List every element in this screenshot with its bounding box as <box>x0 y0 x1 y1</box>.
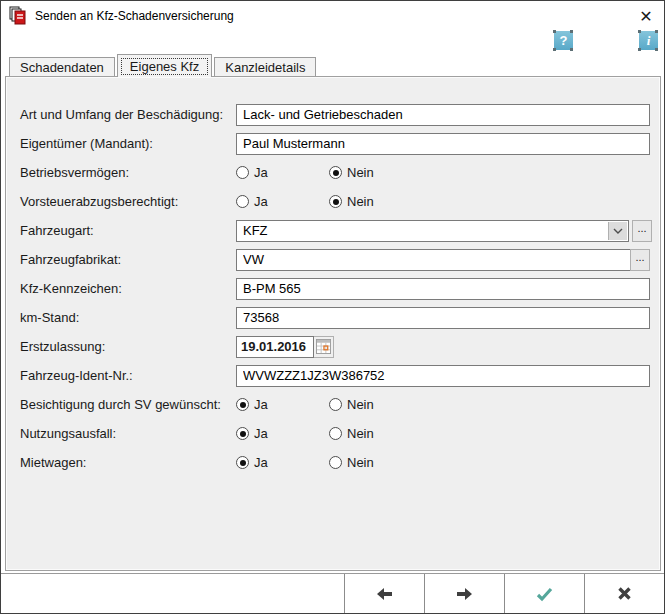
info-icon[interactable]: i <box>639 31 658 50</box>
form-row: Vorsteuerabzugsberechtigt: Ja Nein <box>20 187 660 216</box>
help-icon[interactable]: ? <box>554 31 573 50</box>
arrow-right-icon <box>456 586 473 602</box>
cancel-button[interactable] <box>584 574 664 613</box>
back-button[interactable] <box>344 574 424 613</box>
radio-circle <box>236 398 249 411</box>
radio-mietwagen-ja[interactable]: Ja <box>236 455 329 470</box>
close-icon[interactable]: ✕ <box>634 5 658 27</box>
field-label: Betriebsvermögen: <box>20 165 236 180</box>
field-label: Fahrzeugart: <box>20 223 236 238</box>
radio-vorsteuer-nein[interactable]: Nein <box>329 194 374 209</box>
field-label: Besichtigung durch SV gewünscht: <box>20 397 236 412</box>
tab-page-eigenes-kfz: Art und Umfang der Beschädigung: Eigentü… <box>5 76 661 571</box>
radio-vorsteuer-ja[interactable]: Ja <box>236 194 329 209</box>
first-registration-date-input[interactable]: 19.01.2016 <box>236 336 314 358</box>
radio-circle <box>329 166 342 179</box>
form-row: Mietwagen: Ja Nein <box>20 448 660 477</box>
vehicle-type-input[interactable] <box>237 221 628 241</box>
radio-circle <box>236 166 249 179</box>
vehicle-make-input[interactable] <box>236 249 650 271</box>
send-to-insurance-dialog: Senden an Kfz-Schadenversicherung ✕ ? i … <box>0 0 665 614</box>
field-label: Fahrzeug-Ident-Nr.: <box>20 368 236 383</box>
arrow-left-icon <box>376 586 393 602</box>
vehicle-make-browse-button[interactable]: ... <box>630 249 650 271</box>
radio-betriebsvermoegen-ja[interactable]: Ja <box>236 165 329 180</box>
radio-circle <box>329 456 342 469</box>
field-label: Mietwagen: <box>20 455 236 470</box>
radio-betriebsvermoegen-nein[interactable]: Nein <box>329 165 374 180</box>
x-icon <box>617 586 632 601</box>
form-row: Art und Umfang der Beschädigung: <box>20 100 660 129</box>
chevron-down-icon[interactable] <box>608 222 627 240</box>
radio-circle <box>329 427 342 440</box>
tab-bar: Schadendaten Eigenes Kfz Kanzleidetails <box>9 54 318 77</box>
radio-circle <box>329 398 342 411</box>
damage-description-input[interactable] <box>236 104 650 126</box>
field-label: Vorsteuerabzugsberechtigt: <box>20 194 236 209</box>
documents-icon <box>7 5 29 27</box>
radio-circle <box>236 195 249 208</box>
radio-besichtigung-nein[interactable]: Nein <box>329 397 374 412</box>
form-row: Eigentümer (Mandant): <box>20 129 660 158</box>
tab-kanzleidetails[interactable]: Kanzleidetails <box>214 57 316 77</box>
radio-circle <box>329 195 342 208</box>
form-row: km-Stand: <box>20 303 660 332</box>
form-row: Besichtigung durch SV gewünscht: Ja Nein <box>20 390 660 419</box>
field-label: Nutzungsausfall: <box>20 426 236 441</box>
field-label: Fahrzeugfabrikat: <box>20 252 236 267</box>
footer-button-bar <box>1 573 664 613</box>
radio-nutzungsausfall-nein[interactable]: Nein <box>329 426 374 441</box>
vehicle-type-combobox[interactable] <box>236 220 629 242</box>
field-label: km-Stand: <box>20 310 236 325</box>
form-row: Erstzulassung: 19.01.2016 <box>20 332 660 361</box>
form-row: Betriebsvermögen: Ja Nein <box>20 158 660 187</box>
form-row: Fahrzeug-Ident-Nr.: <box>20 361 660 390</box>
check-icon <box>536 586 553 602</box>
page-title: Senden an Kfz-Schadenversicherung <box>35 9 234 23</box>
confirm-button[interactable] <box>504 574 584 613</box>
tab-eigenes-kfz[interactable]: Eigenes Kfz <box>117 54 212 77</box>
form-row: Nutzungsausfall: Ja Nein <box>20 419 660 448</box>
field-label: Eigentümer (Mandant): <box>20 136 236 151</box>
form-row: Fahrzeugfabrikat: ... <box>20 245 660 274</box>
field-label: Art und Umfang der Beschädigung: <box>20 107 236 122</box>
radio-nutzungsausfall-ja[interactable]: Ja <box>236 426 329 441</box>
form-row: Kfz-Kennzeichen: <box>20 274 660 303</box>
license-plate-input[interactable] <box>236 278 650 300</box>
field-label: Kfz-Kennzeichen: <box>20 281 236 296</box>
field-label: Erstzulassung: <box>20 339 236 354</box>
vin-input[interactable] <box>236 365 650 387</box>
tab-schadendaten[interactable]: Schadendaten <box>9 57 115 77</box>
calendar-icon[interactable] <box>314 336 334 358</box>
radio-circle <box>236 427 249 440</box>
mileage-input[interactable] <box>236 307 650 329</box>
vehicle-type-browse-button[interactable]: ... <box>632 220 652 242</box>
radio-mietwagen-nein[interactable]: Nein <box>329 455 374 470</box>
owner-input[interactable] <box>236 133 650 155</box>
radio-besichtigung-ja[interactable]: Ja <box>236 397 329 412</box>
form-row: Fahrzeugart: ... <box>20 216 660 245</box>
titlebar: Senden an Kfz-Schadenversicherung ✕ <box>1 1 664 31</box>
forward-button[interactable] <box>424 574 504 613</box>
radio-circle <box>236 456 249 469</box>
